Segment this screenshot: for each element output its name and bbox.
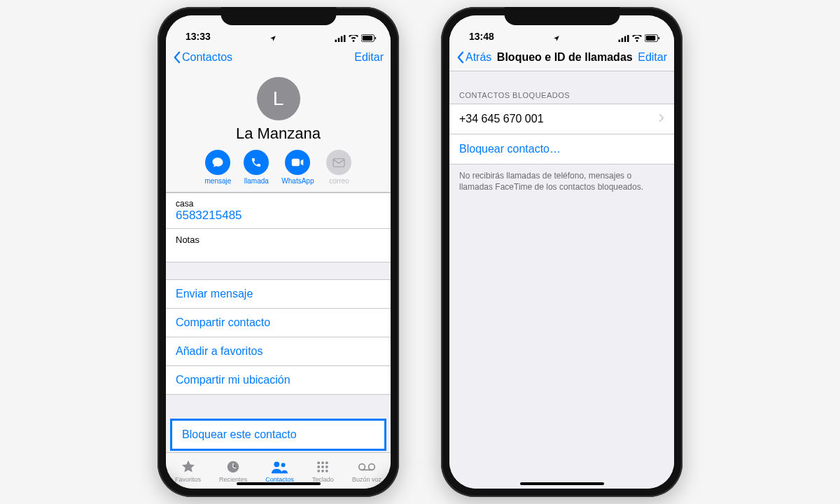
svg-rect-26	[624, 36, 626, 41]
contact-header: L La Manzana mensaje llamada	[166, 71, 391, 192]
wifi-icon	[349, 35, 358, 42]
clock-icon	[225, 458, 241, 475]
block-contact-label: Bloquear contacto…	[459, 143, 561, 155]
svg-rect-7	[292, 159, 300, 167]
wifi-icon	[632, 35, 642, 42]
tab-voicemail[interactable]: Buzón voz	[352, 458, 382, 483]
action-call[interactable]: llamada	[244, 150, 269, 185]
actions-group: Enviar mensaje Compartir contacto Añadir…	[166, 279, 391, 395]
notes-label: Notas	[166, 229, 391, 262]
svg-rect-27	[627, 35, 629, 42]
svg-point-15	[318, 465, 321, 468]
screen-left: 13:33 Contactos Editar	[166, 15, 391, 489]
block-contact-row[interactable]: Bloquear este contacto	[172, 421, 384, 449]
contact-name: La Manzana	[166, 125, 391, 143]
keypad-icon	[316, 458, 330, 475]
nav-bar: Atrás Bloqueo e ID de llamadas Editar	[449, 43, 674, 71]
back-button[interactable]: Atrás	[456, 51, 491, 64]
svg-point-14	[326, 461, 328, 464]
action-whatsapp-label: WhatsApp	[281, 177, 314, 185]
back-label: Contactos	[182, 51, 232, 64]
edit-button[interactable]: Editar	[638, 51, 667, 64]
video-icon	[285, 150, 310, 175]
svg-rect-30	[658, 37, 659, 39]
tab-voicemail-label: Buzón voz	[352, 476, 382, 483]
svg-point-20	[326, 470, 328, 472]
svg-rect-29	[646, 36, 656, 41]
svg-rect-1	[338, 38, 340, 42]
tab-recents[interactable]: Recientes	[219, 458, 247, 483]
svg-rect-5	[363, 36, 372, 41]
svg-point-17	[326, 465, 328, 468]
battery-icon	[645, 34, 660, 42]
svg-rect-0	[335, 39, 337, 41]
notch	[220, 7, 336, 25]
phone-right: 13:48 Atrás Bloqueo e ID de	[441, 7, 682, 497]
avatar: L	[257, 77, 300, 120]
content: L La Manzana mensaje llamada	[166, 71, 391, 452]
voicemail-icon	[358, 458, 376, 475]
screen-right: 13:48 Atrás Bloqueo e ID de	[449, 15, 674, 489]
send-message-row[interactable]: Enviar mensaje	[166, 280, 391, 309]
footer-note: No recibirás llamadas de teléfono, mensa…	[449, 164, 674, 198]
svg-rect-6	[374, 37, 376, 39]
action-message-label: mensaje	[205, 177, 232, 185]
svg-point-13	[321, 461, 324, 464]
share-location-row[interactable]: Compartir mi ubicación	[166, 366, 391, 394]
contacts-icon	[270, 458, 288, 475]
phone-left: 13:33 Contactos Editar	[158, 7, 399, 497]
notch	[504, 7, 620, 25]
phone-icon	[244, 150, 269, 175]
edit-button[interactable]: Editar	[354, 51, 384, 64]
location-icon	[553, 35, 560, 42]
svg-point-18	[318, 470, 321, 472]
add-favorite-row[interactable]: Añadir a favoritos	[166, 337, 391, 366]
action-call-label: llamada	[244, 177, 269, 185]
battery-icon	[361, 34, 377, 42]
svg-point-11	[281, 463, 286, 467]
action-whatsapp[interactable]: WhatsApp	[281, 150, 314, 185]
home-indicator[interactable]	[520, 482, 604, 485]
back-button[interactable]: Contactos	[173, 51, 232, 64]
back-label: Atrás	[465, 51, 491, 64]
chevron-right-icon	[659, 113, 664, 125]
svg-rect-8	[334, 158, 345, 167]
tab-keypad[interactable]: Teclado	[312, 458, 334, 483]
svg-rect-24	[619, 39, 621, 41]
notes-cell[interactable]: Notas	[166, 229, 391, 262]
location-icon	[270, 35, 276, 42]
content: Contactos bloqueados +34 645 670 001 Blo…	[449, 71, 674, 489]
status-time: 13:33	[186, 31, 211, 42]
nav-bar: Contactos Editar	[166, 43, 391, 71]
phone-number: 6583215485	[176, 209, 381, 223]
phone-cell[interactable]: casa 6583215485	[166, 192, 391, 229]
nav-title: Bloqueo e ID de llamadas	[491, 51, 638, 64]
signal-icon	[335, 35, 346, 42]
svg-point-10	[274, 461, 280, 467]
section-header-blocked: Contactos bloqueados	[449, 71, 674, 104]
star-icon	[181, 458, 196, 475]
svg-point-19	[321, 470, 324, 472]
svg-point-22	[369, 464, 375, 470]
svg-point-21	[359, 464, 365, 470]
svg-rect-2	[341, 36, 343, 41]
svg-point-12	[318, 461, 321, 464]
phone-label: casa	[176, 199, 381, 209]
status-time: 13:48	[469, 31, 494, 42]
action-message[interactable]: mensaje	[205, 150, 232, 185]
tab-favorites[interactable]: Favoritos	[175, 458, 201, 483]
blocked-number-row[interactable]: +34 645 670 001	[449, 104, 674, 134]
tab-favorites-label: Favoritos	[175, 476, 201, 483]
home-indicator[interactable]	[237, 482, 321, 485]
signal-icon	[618, 35, 629, 42]
message-icon	[205, 150, 230, 175]
svg-rect-25	[622, 38, 624, 42]
block-contact-action[interactable]: Bloquear contacto…	[449, 134, 674, 164]
blocked-number: +34 645 670 001	[459, 113, 544, 125]
svg-rect-3	[344, 35, 346, 42]
share-contact-row[interactable]: Compartir contacto	[166, 309, 391, 337]
mail-icon	[326, 150, 351, 175]
action-mail-label: correo	[329, 177, 349, 185]
block-highlight: Bloquear este contacto	[170, 419, 386, 451]
tab-contacts[interactable]: Contactos	[265, 458, 294, 483]
